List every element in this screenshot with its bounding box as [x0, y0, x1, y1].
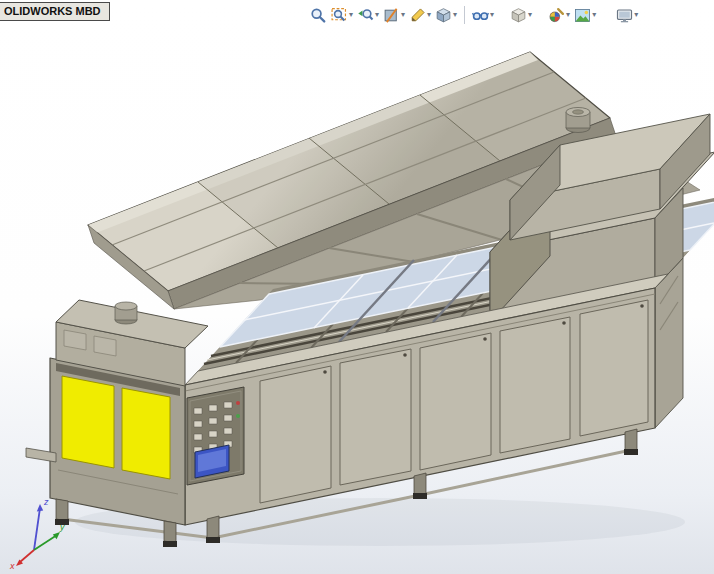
zoom-to-area-icon	[331, 7, 348, 24]
solidworks-mbd-banner: OLIDWORKS MBD	[0, 2, 110, 21]
triad-z-label: z	[43, 497, 49, 507]
view-orientation-button[interactable]: ▾	[508, 5, 534, 26]
dropdown-arrow[interactable]: ▾	[566, 11, 570, 19]
viewport-background[interactable]: OLIDWORKS MBD ▾ ▾	[0, 0, 714, 574]
dropdown-arrow[interactable]: ▾	[634, 11, 638, 19]
heads-up-toolbar: ▾ ▾ ▾ ▾	[308, 3, 640, 27]
section-view-button[interactable]: ▾	[381, 5, 407, 26]
dropdown-arrow[interactable]: ▾	[490, 11, 494, 19]
zoom-to-fit-button[interactable]	[308, 5, 329, 26]
knob-cylinder[interactable]	[115, 302, 137, 324]
zoom-to-area-button[interactable]: ▾	[329, 5, 355, 26]
zoom-to-fit-icon	[310, 7, 327, 24]
machine-right-end[interactable]	[655, 188, 683, 428]
dropdown-arrow[interactable]: ▾	[401, 11, 405, 19]
chimney-knob[interactable]	[566, 108, 590, 133]
previous-view-icon	[357, 7, 374, 24]
triad-x-label: x	[9, 561, 15, 570]
model-viewport[interactable]	[0, 0, 714, 574]
view-orientation-icon	[510, 7, 527, 24]
warning-panel[interactable]	[122, 388, 170, 479]
reference-triad: z y x	[8, 492, 68, 570]
display-style-button[interactable]: ▾	[433, 5, 459, 26]
dropdown-arrow[interactable]: ▾	[349, 11, 353, 19]
previous-view-button[interactable]: ▾	[355, 5, 381, 26]
indicator-green	[236, 414, 240, 418]
annotation-views-button[interactable]: ▾	[407, 5, 433, 26]
warning-panel[interactable]	[62, 376, 114, 468]
triad-y-label: y	[59, 522, 65, 532]
dropdown-arrow[interactable]: ▾	[592, 11, 596, 19]
annotation-views-icon	[409, 7, 426, 24]
edit-appearance-button[interactable]: ▾	[546, 5, 572, 26]
model-3d-machine[interactable]	[26, 52, 714, 547]
toolbar-separator	[464, 6, 465, 24]
edit-appearance-icon	[548, 7, 565, 24]
machine-left-end[interactable]	[50, 358, 185, 525]
display-style-icon	[435, 7, 452, 24]
dropdown-arrow[interactable]: ▾	[427, 11, 431, 19]
machine-control-panel[interactable]	[187, 387, 244, 485]
view-settings-icon	[616, 7, 633, 24]
hide-show-items-button[interactable]: ▾	[470, 5, 496, 26]
dropdown-arrow[interactable]: ▾	[528, 11, 532, 19]
hide-show-items-icon	[472, 7, 489, 24]
apply-scene-icon	[574, 7, 591, 24]
dropdown-arrow[interactable]: ▾	[375, 11, 379, 19]
dropdown-arrow[interactable]: ▾	[453, 11, 457, 19]
apply-scene-button[interactable]: ▾	[572, 5, 598, 26]
view-settings-button[interactable]: ▾	[614, 5, 640, 26]
section-view-icon	[383, 7, 400, 24]
indicator-red	[236, 401, 240, 405]
